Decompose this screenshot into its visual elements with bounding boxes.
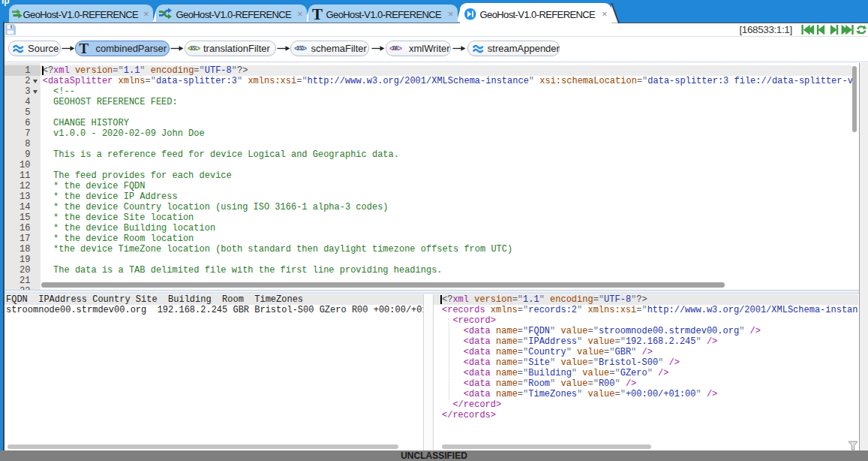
svg-text:>: > — [302, 44, 307, 53]
svg-text:>: > — [398, 44, 402, 53]
svg-text:>: > — [196, 44, 200, 53]
